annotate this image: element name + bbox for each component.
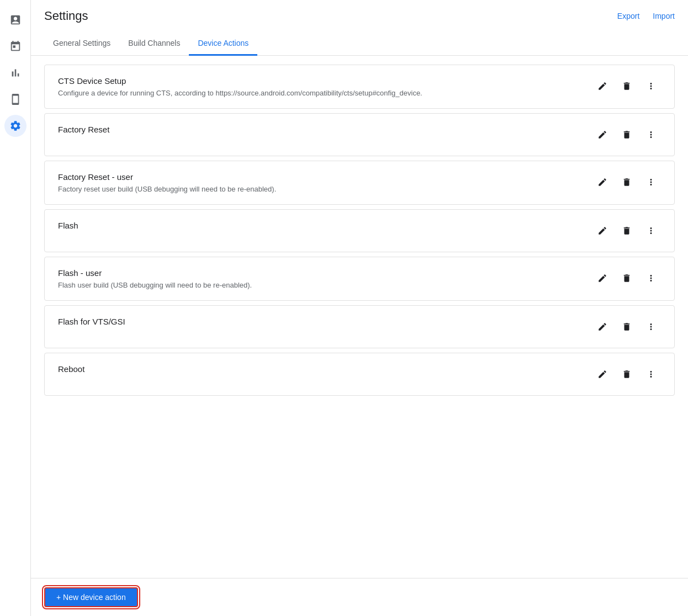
action-card-content: Factory Reset <box>58 125 584 137</box>
edit-action-button[interactable] <box>592 76 612 96</box>
more-actions-button[interactable] <box>641 221 661 241</box>
header-actions: Export Import <box>617 12 675 20</box>
action-card-reboot: Reboot <box>44 353 675 396</box>
action-card-flash-vts-gsi: Flash for VTS/GSI <box>44 305 675 348</box>
edit-action-button[interactable] <box>592 125 612 145</box>
action-card-factory-reset: Factory Reset <box>44 113 675 156</box>
action-card-content: Flash for VTS/GSI <box>58 317 584 330</box>
sidebar-item-device[interactable] <box>4 88 27 110</box>
action-card-content: Flash <box>58 221 584 233</box>
delete-action-button[interactable] <box>617 76 637 96</box>
edit-action-button[interactable] <box>592 364 612 384</box>
more-actions-button[interactable] <box>641 364 661 384</box>
delete-action-button[interactable] <box>617 125 637 145</box>
delete-action-button[interactable] <box>617 221 637 241</box>
action-card-flash-user: Flash - userFlash user build (USB debugg… <box>44 257 675 301</box>
action-description: Factory reset user build (USB debugging … <box>58 185 584 193</box>
action-card-content: Reboot <box>58 364 584 377</box>
action-card-flash: Flash <box>44 209 675 252</box>
action-buttons <box>584 317 661 337</box>
sidebar-item-reports[interactable] <box>4 9 27 31</box>
action-buttons <box>584 172 661 192</box>
action-title: Factory Reset <box>58 125 584 134</box>
action-buttons <box>584 221 661 241</box>
tab-build-channels[interactable]: Build Channels <box>119 32 189 56</box>
action-description: Configure a device for running CTS, acco… <box>58 89 584 97</box>
edit-action-button[interactable] <box>592 268 612 288</box>
action-title: Flash <box>58 221 584 230</box>
action-buttons <box>584 364 661 384</box>
action-buttons <box>584 125 661 145</box>
more-actions-button[interactable] <box>641 125 661 145</box>
tabs: General Settings Build Channels Device A… <box>31 32 688 56</box>
action-card-content: CTS Device SetupConfigure a device for r… <box>58 76 584 97</box>
import-link[interactable]: Import <box>653 12 675 20</box>
action-card-content: Factory Reset - userFactory reset user b… <box>58 172 584 193</box>
tab-device-actions[interactable]: Device Actions <box>189 32 257 56</box>
content-area: CTS Device SetupConfigure a device for r… <box>31 56 688 578</box>
export-link[interactable]: Export <box>617 12 639 20</box>
action-card-cts-device-setup: CTS Device SetupConfigure a device for r… <box>44 65 675 109</box>
tab-general-settings[interactable]: General Settings <box>44 32 119 56</box>
more-actions-button[interactable] <box>641 317 661 337</box>
new-device-action-button[interactable]: + New device action <box>44 587 138 607</box>
delete-action-button[interactable] <box>617 172 637 192</box>
action-title: CTS Device Setup <box>58 76 584 86</box>
sidebar-item-analytics[interactable] <box>4 62 27 84</box>
action-title: Factory Reset - user <box>58 172 584 182</box>
more-actions-button[interactable] <box>641 172 661 192</box>
edit-action-button[interactable] <box>592 317 612 337</box>
action-title: Reboot <box>58 364 584 374</box>
delete-action-button[interactable] <box>617 317 637 337</box>
action-buttons <box>584 268 661 288</box>
edit-action-button[interactable] <box>592 172 612 192</box>
footer: + New device action <box>31 578 688 616</box>
sidebar-item-calendar[interactable] <box>4 35 27 57</box>
more-actions-button[interactable] <box>641 76 661 96</box>
main-content: Settings Export Import General Settings … <box>31 0 688 616</box>
delete-action-button[interactable] <box>617 364 637 384</box>
action-title: Flash - user <box>58 268 584 278</box>
page-title: Settings <box>44 9 88 23</box>
edit-action-button[interactable] <box>592 221 612 241</box>
action-card-content: Flash - userFlash user build (USB debugg… <box>58 268 584 289</box>
more-actions-button[interactable] <box>641 268 661 288</box>
sidebar-item-settings[interactable] <box>4 115 27 137</box>
action-card-factory-reset-user: Factory Reset - userFactory reset user b… <box>44 161 675 205</box>
delete-action-button[interactable] <box>617 268 637 288</box>
action-title: Flash for VTS/GSI <box>58 317 584 326</box>
action-description: Flash user build (USB debugging will nee… <box>58 281 584 289</box>
action-buttons <box>584 76 661 96</box>
header: Settings Export Import <box>31 0 688 23</box>
sidebar <box>0 0 31 616</box>
